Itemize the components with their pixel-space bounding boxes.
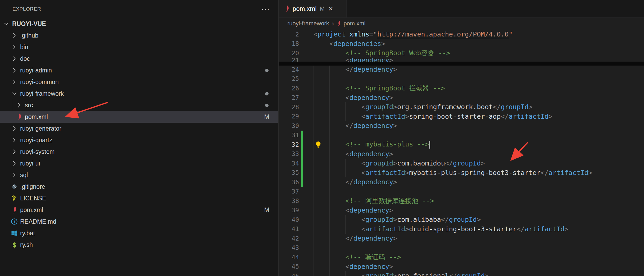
chevron-right-icon xyxy=(10,171,19,179)
tree-item-bin[interactable]: bin xyxy=(0,41,278,53)
tree-item-src[interactable]: src xyxy=(0,99,278,111)
code-line-33[interactable]: 33 <dependency> xyxy=(279,149,644,159)
code-text: <!-- mybatis-plus --> xyxy=(314,140,430,149)
line-number[interactable]: 28 xyxy=(279,104,299,111)
tree-item-ruoyi-quartz[interactable]: ruoyi-quartz xyxy=(0,134,278,146)
badge-container xyxy=(255,169,278,181)
code-line-31[interactable]: 31 xyxy=(279,131,644,140)
more-actions-icon[interactable]: ··· xyxy=(261,6,270,12)
tree-item-label: ruoyi-ui xyxy=(20,160,40,167)
tree-item-label: RUOYI-VUE xyxy=(12,20,46,27)
line-number[interactable]: 26 xyxy=(279,85,299,92)
lightbulb-icon[interactable] xyxy=(314,141,322,149)
code-line-44[interactable]: 44 <!-- 验证码 --> xyxy=(279,252,644,262)
line-number[interactable]: 35 xyxy=(279,169,299,176)
line-number[interactable]: 33 xyxy=(279,150,299,157)
code-line-41[interactable]: 41 <artifactId>druid-spring-boot-3-start… xyxy=(279,224,644,234)
dollar-icon: $ xyxy=(10,241,19,249)
line-number[interactable]: 43 xyxy=(279,244,299,251)
tree-item-label: ruoyi-admin xyxy=(20,67,52,74)
chevron-right-icon xyxy=(10,31,19,40)
line-number[interactable]: 29 xyxy=(279,113,299,120)
line-number[interactable]: 34 xyxy=(279,160,299,167)
tree-item-label: .github xyxy=(20,32,38,39)
tree-item-pom-xml[interactable]: pom.xmlM xyxy=(0,204,278,216)
code-line-20[interactable]: 20 <!-- SpringBoot Web容器 --> xyxy=(279,48,644,58)
line-number[interactable]: 46 xyxy=(279,273,299,276)
chevron-right-icon xyxy=(10,66,19,75)
code-line-25[interactable]: 25 xyxy=(279,74,644,84)
code-line-18[interactable]: 18 <dependencies> xyxy=(279,39,644,49)
tree-item-ruoyi-common[interactable]: ruoyi-common xyxy=(0,76,278,88)
line-number[interactable]: 30 xyxy=(279,122,299,129)
badge-container xyxy=(255,239,278,251)
line-number[interactable]: 20 xyxy=(279,50,299,57)
tree-item-pom-xml[interactable]: pom.xmlM xyxy=(0,111,278,123)
line-number[interactable]: 39 xyxy=(279,207,299,214)
badge-container xyxy=(255,123,278,134)
tree-item-label: src xyxy=(25,102,33,109)
line-number[interactable]: 27 xyxy=(279,94,299,101)
code-text: <!-- 验证码 --> xyxy=(314,253,401,261)
tree-item-ry-bat[interactable]: ry.bat xyxy=(0,227,278,239)
line-number[interactable]: 38 xyxy=(279,197,299,204)
code-line-40[interactable]: 40 <groupId>com.alibaba</groupId> xyxy=(279,215,644,224)
indent-guide xyxy=(345,271,346,276)
line-number[interactable]: 40 xyxy=(279,216,299,223)
sticky-scroll-shadow xyxy=(279,62,644,66)
tree-item-readme-md[interactable]: README.md xyxy=(0,216,278,227)
code-line-35[interactable]: 35 <artifactId>mybatis-plus-spring-boot3… xyxy=(279,168,644,178)
code-line-26[interactable]: 26 <!-- SpringBoot 拦截器 --> xyxy=(279,84,644,93)
code-line-37[interactable]: 37 xyxy=(279,187,644,196)
code-line-2[interactable]: 2<project xmlns="http://maven.apache.org… xyxy=(279,30,644,39)
code-line-30[interactable]: 30 </dependency> xyxy=(279,121,644,131)
tree-item-ruoyi-admin[interactable]: ruoyi-admin xyxy=(0,65,278,76)
code-text: <dependency> xyxy=(314,263,393,270)
tree-item-label: ruoyi-system xyxy=(20,148,55,155)
code-line-29[interactable]: 29 <artifactId>spring-boot-starter-aop</… xyxy=(279,112,644,121)
indent-guide xyxy=(345,159,346,177)
tree-item-ruoyi-framework[interactable]: ruoyi-framework xyxy=(0,88,278,99)
code-line-43[interactable]: 43 xyxy=(279,243,644,253)
tree-item--gitignore[interactable]: .gitignore xyxy=(0,181,278,192)
code-line-24[interactable]: 24 </dependency> xyxy=(279,65,644,74)
tree-item-ry-sh[interactable]: $ry.sh xyxy=(0,239,278,251)
tree-item-ruoyi-vue[interactable]: RUOYI-VUE xyxy=(0,18,278,30)
code-line-45[interactable]: 45 <dependency> xyxy=(279,262,644,272)
line-number[interactable]: 37 xyxy=(279,188,299,195)
code-line-46[interactable]: 46 <groupId>pro.fessional</groupId> xyxy=(279,271,644,276)
line-number[interactable]: 32 xyxy=(279,141,299,148)
chevron-down-icon xyxy=(10,89,19,98)
tree-item-license[interactable]: LICENSE xyxy=(0,192,278,204)
editor-area: pom.xml M × ruoyi-framework › pom.xml 24… xyxy=(279,0,644,276)
code-line-39[interactable]: 39 <dependency> xyxy=(279,206,644,215)
tree-item-label: doc xyxy=(20,55,30,62)
tree-item-doc[interactable]: doc xyxy=(0,53,278,65)
code-line-42[interactable]: 42 </dependency> xyxy=(279,234,644,243)
code-line-32[interactable]: 32 <!-- mybatis-plus --> xyxy=(279,140,644,149)
line-number[interactable]: 41 xyxy=(279,226,299,232)
modified-dot-badge xyxy=(265,92,269,95)
line-number[interactable]: 24 xyxy=(279,66,299,73)
chevron-right-icon xyxy=(10,148,19,156)
badge-container xyxy=(255,134,278,146)
line-number[interactable]: 31 xyxy=(279,132,299,139)
code-line-28[interactable]: 28 <groupId>org.springframework.boot</gr… xyxy=(279,102,644,112)
tree-item-sql[interactable]: sql xyxy=(0,169,278,181)
tree-item-ruoyi-ui[interactable]: ruoyi-ui xyxy=(0,158,278,169)
line-number[interactable]: 2 xyxy=(279,31,299,38)
code-line-34[interactable]: 34 <groupId>com.baomidou</groupId> xyxy=(279,159,644,168)
code-line-36[interactable]: 36 </dependency> xyxy=(279,177,644,187)
line-number[interactable]: 36 xyxy=(279,179,299,186)
code-line-27[interactable]: 27 <dependency> xyxy=(279,93,644,103)
tree-item-ruoyi-system[interactable]: ruoyi-system xyxy=(0,146,278,158)
line-number[interactable]: 44 xyxy=(279,254,299,261)
line-number[interactable]: 25 xyxy=(279,75,299,82)
tree-item-ruoyi-generator[interactable]: ruoyi-generator xyxy=(0,123,278,134)
line-number[interactable]: 45 xyxy=(279,263,299,270)
badge-container xyxy=(255,181,278,192)
line-number[interactable]: 18 xyxy=(279,40,299,47)
code-line-38[interactable]: 38 <!-- 阿里数据库连接池 --> xyxy=(279,196,644,206)
tree-item--github[interactable]: .github xyxy=(0,30,278,41)
line-number[interactable]: 42 xyxy=(279,235,299,242)
